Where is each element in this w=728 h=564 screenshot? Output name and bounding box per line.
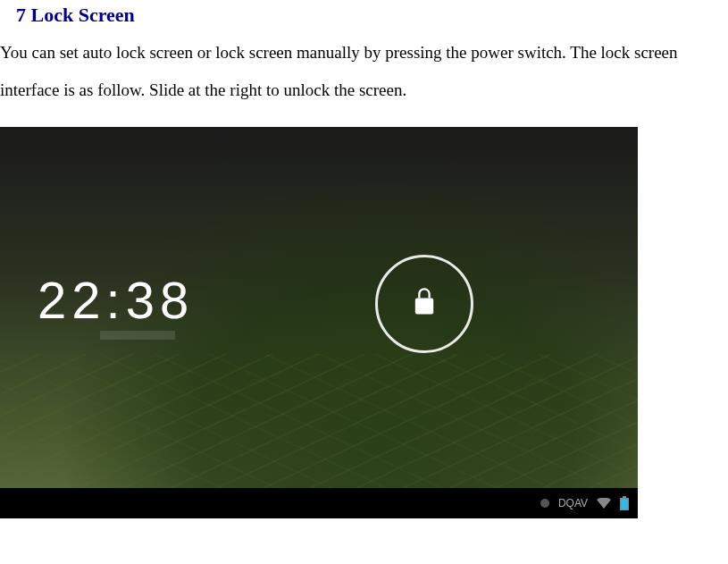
- section-heading: 7 Lock Screen: [0, 0, 728, 30]
- clock-time: 22:38: [38, 270, 194, 330]
- svg-rect-0: [415, 298, 433, 314]
- wifi-icon: [597, 498, 611, 509]
- unlock-ring[interactable]: [375, 255, 473, 353]
- lock-screen-screenshot: 22:38 DQAV: [0, 127, 638, 518]
- battery-icon: [620, 496, 629, 510]
- brand-bullet-icon: [540, 499, 549, 508]
- lock-icon: [412, 287, 437, 321]
- clock-underline: [100, 331, 175, 340]
- svg-rect-1: [623, 496, 626, 498]
- instruction-paragraph: You can set auto lock screen or lock scr…: [0, 30, 728, 120]
- system-bottom-bar: DQAV: [0, 488, 638, 518]
- svg-rect-3: [621, 499, 628, 509]
- wallpaper: 22:38: [0, 127, 638, 488]
- brand-text: DQAV: [558, 497, 588, 509]
